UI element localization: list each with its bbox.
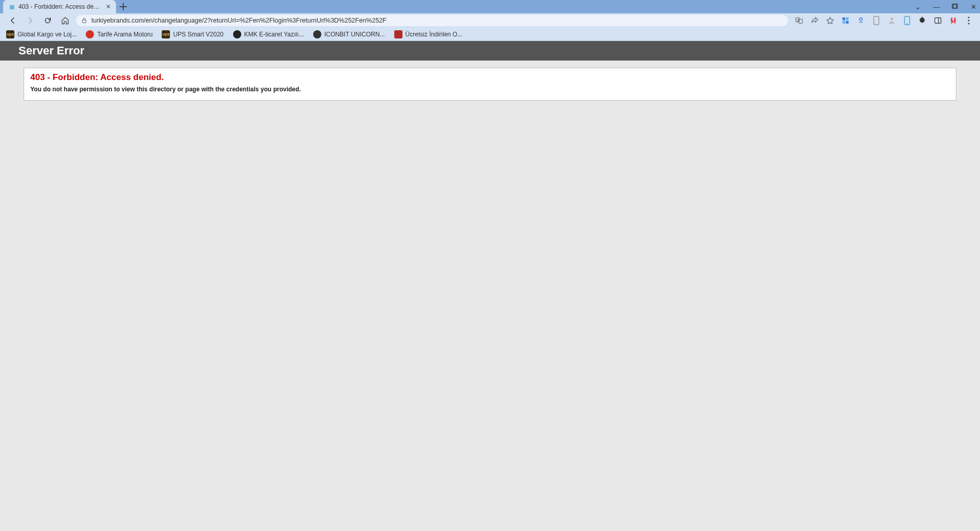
server-error-header: Server Error bbox=[0, 41, 980, 61]
extensions-puzzle-icon[interactable] bbox=[917, 15, 928, 26]
svg-point-19 bbox=[968, 19, 969, 21]
extension-d-icon[interactable] bbox=[887, 15, 897, 26]
plus-icon bbox=[120, 3, 127, 10]
bookmark-favicon-icon bbox=[86, 30, 94, 38]
svg-rect-12 bbox=[874, 16, 879, 25]
window-controls: ⌄ — ✕ bbox=[913, 0, 978, 13]
bookmark-label: KMK E-ticaret Yazılı... bbox=[244, 31, 304, 38]
tab-search-icon[interactable]: ⌄ bbox=[913, 3, 923, 11]
extension-b-icon[interactable] bbox=[856, 15, 866, 26]
bookmark-favicon-icon bbox=[394, 30, 402, 38]
svg-rect-2 bbox=[83, 20, 86, 23]
bookmark-favicon-icon: ups bbox=[162, 30, 170, 38]
browser-toolbar: turkiyebrands.com/en/changelanguage/2?re… bbox=[0, 13, 980, 28]
extension-e-icon[interactable] bbox=[902, 15, 912, 26]
extension-a-icon[interactable] bbox=[840, 15, 851, 26]
url-text: turkiyebrands.com/en/changelanguage/2?re… bbox=[91, 17, 783, 24]
browser-menu-icon[interactable] bbox=[964, 15, 974, 26]
tab-title: 403 - Forbidden: Access denied. bbox=[18, 3, 102, 10]
svg-rect-6 bbox=[842, 17, 845, 20]
svg-rect-0 bbox=[952, 4, 956, 8]
bookmark-label: Global Kargo ve Loj... bbox=[17, 31, 76, 38]
nav-buttons bbox=[4, 16, 70, 25]
svg-point-13 bbox=[890, 17, 893, 20]
bookmark-item[interactable]: KMK E-ticaret Yazılı... bbox=[233, 30, 304, 38]
extension-f-icon[interactable] bbox=[948, 15, 958, 26]
error-title: 403 - Forbidden: Access denied. bbox=[30, 72, 950, 83]
browser-chrome: ▦ 403 - Forbidden: Access denied. ✕ ⌄ — … bbox=[0, 0, 980, 41]
reload-icon[interactable] bbox=[43, 16, 52, 25]
svg-rect-8 bbox=[842, 21, 845, 24]
svg-text:文: 文 bbox=[797, 18, 799, 22]
bookmark-item[interactable]: Ücretsiz İndirilen O... bbox=[394, 30, 463, 38]
maximize-window-icon[interactable] bbox=[950, 4, 959, 10]
browser-tab[interactable]: ▦ 403 - Forbidden: Access denied. ✕ bbox=[3, 0, 116, 13]
back-icon[interactable] bbox=[8, 16, 17, 25]
tab-strip: ▦ 403 - Forbidden: Access denied. ✕ ⌄ — … bbox=[0, 0, 980, 13]
bookmark-favicon-icon bbox=[313, 30, 321, 38]
svg-rect-1 bbox=[953, 4, 957, 8]
bookmark-label: Ücretsiz İndirilen O... bbox=[406, 31, 463, 38]
bookmark-favicon-icon bbox=[233, 30, 241, 38]
bookmark-item[interactable]: Tarife Arama Motoru bbox=[86, 30, 152, 38]
side-panel-icon[interactable] bbox=[933, 15, 943, 26]
close-tab-icon[interactable]: ✕ bbox=[105, 3, 112, 10]
lock-icon bbox=[81, 17, 87, 24]
new-tab-button[interactable] bbox=[116, 0, 130, 13]
error-message: You do not have permission to view this … bbox=[30, 86, 950, 93]
forward-icon[interactable] bbox=[26, 16, 35, 25]
minimize-window-icon[interactable]: — bbox=[932, 3, 941, 11]
address-bar[interactable]: turkiyebrands.com/en/changelanguage/2?re… bbox=[76, 15, 788, 26]
translate-icon[interactable]: 文 bbox=[794, 15, 804, 26]
svg-point-10 bbox=[859, 18, 862, 21]
error-box: 403 - Forbidden: Access denied. You do n… bbox=[24, 68, 956, 101]
svg-rect-16 bbox=[935, 18, 941, 24]
svg-point-15 bbox=[907, 23, 908, 24]
bookmark-label: UPS Smart V2020 bbox=[173, 31, 223, 38]
toolbar-right-icons: 文 bbox=[794, 15, 976, 26]
bookmark-favicon-icon: ups bbox=[6, 30, 14, 38]
svg-rect-7 bbox=[846, 17, 849, 20]
star-icon[interactable] bbox=[825, 15, 835, 26]
svg-point-18 bbox=[968, 16, 969, 18]
extension-c-icon[interactable] bbox=[871, 15, 881, 26]
page-content: Server Error 403 - Forbidden: Access den… bbox=[0, 41, 980, 101]
site-favicon-icon: ▦ bbox=[7, 3, 15, 11]
bookmark-item[interactable]: ups UPS Smart V2020 bbox=[162, 30, 223, 38]
close-window-icon[interactable]: ✕ bbox=[969, 3, 978, 11]
svg-rect-9 bbox=[846, 21, 849, 24]
bookmark-item[interactable]: ups Global Kargo ve Loj... bbox=[6, 30, 76, 38]
bookmarks-bar: ups Global Kargo ve Loj... Tarife Arama … bbox=[0, 28, 980, 41]
svg-rect-11 bbox=[859, 22, 863, 23]
share-icon[interactable] bbox=[810, 15, 820, 26]
bookmark-label: Tarife Arama Motoru bbox=[97, 31, 152, 38]
bookmark-item[interactable]: ICONBIT UNICORN... bbox=[313, 30, 385, 38]
bookmark-label: ICONBIT UNICORN... bbox=[324, 31, 385, 38]
home-icon[interactable] bbox=[61, 16, 70, 25]
svg-point-20 bbox=[968, 23, 969, 24]
